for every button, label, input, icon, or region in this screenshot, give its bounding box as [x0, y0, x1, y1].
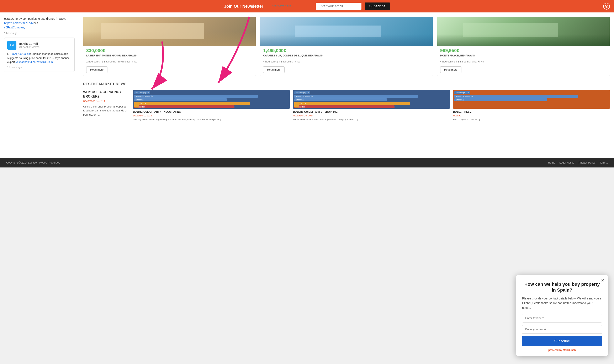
footer-link-terms[interactable]: Term...: [600, 161, 608, 164]
newsletter-email-input[interactable]: [316, 3, 362, 10]
property-image: [437, 17, 610, 46]
news-card-date: November 26, 2014: [293, 114, 450, 117]
news-main-excerpt: Using a currency broker as opposed to a …: [83, 104, 129, 117]
news-card-img-inner: Dreaming Spain Research, Research Shoppi…: [133, 90, 290, 109]
news-card-title: BUYE... - RES...: [453, 110, 610, 114]
nc-tag-dreaming: Dreaming Spain: [454, 91, 470, 94]
news-card-image: Dreaming Spain Research, Research Shoppi…: [133, 90, 290, 109]
property-location: LA HEREDIA MONTE MAYOR, BENAHAVIS: [83, 54, 256, 57]
sidebar-intro-text: estate/energy companies to use drones in…: [4, 17, 75, 30]
property-price: 1,495,000€: [260, 46, 433, 54]
nc-logo: [134, 103, 139, 107]
tweet-name: Marcia Burrell: [18, 42, 40, 45]
news-cards-row: Dreaming Spain Research, Research Shoppi…: [133, 90, 610, 121]
tweet-link-user[interactable]: @AI_CstCalida: [12, 52, 30, 55]
sidebar-link-fastcompany[interactable]: @FastCompany: [4, 26, 25, 29]
tweet-header: LM Marcia Burrell @LocationMoves: [7, 41, 71, 50]
avatar: LM: [7, 41, 16, 50]
nc-logo: [294, 103, 299, 107]
news-card-excerpt: Part t... cycle a... the re... [...]: [453, 118, 610, 121]
property-image: [83, 17, 256, 46]
property-details: 4 Bedrooms | 4 Bathrooms | Villa: [260, 59, 433, 64]
read-more-button[interactable]: Read more: [86, 66, 108, 73]
nc-tag-negotiations: Negotiations: [134, 102, 250, 105]
news-main-title: WHY USE A CURRENCY BROKER?: [83, 90, 129, 99]
news-grid: WHY USE A CURRENCY BROKER? December 10, …: [83, 90, 610, 121]
property-details: 2 Bedrooms | 2 Bathrooms | Townhouse, Vi…: [83, 59, 256, 64]
section-header: RECENT MARKET NEWS: [83, 82, 610, 86]
nc-tag-shopping: Shopping: [454, 98, 547, 101]
news-card: Dreaming Spain Research, Research Shoppi…: [453, 90, 610, 121]
tweet-user-info: Marcia Burrell @LocationMoves: [18, 42, 40, 49]
tweet-handle: @LocationMoves: [18, 45, 40, 49]
property-card: 330,000€ LA HEREDIA MONTE MAYOR, BENAHAV…: [83, 17, 256, 76]
news-main-date: December 10, 2014: [83, 100, 129, 103]
sidebar-time1: 9 hours ago: [4, 32, 75, 35]
footer: Copyright © 2014 Location Moves Properti…: [0, 158, 614, 168]
nc-tag-transaction: Transaction: [294, 105, 394, 108]
news-card-title: BUYING GUIDE: PART 4 - NEGOTIATING: [133, 110, 290, 114]
property-card: 1,495,000€ CAPANES SUR, CONDES DE LUQUE,…: [260, 17, 433, 76]
nc-tag-shopping: Shopping: [294, 98, 387, 101]
news-card-date: December 1, 2014: [133, 114, 290, 117]
section-title: RECENT MARKET NEWS: [83, 82, 126, 86]
news-card: Dreaming Spain Research, Research Shoppi…: [133, 90, 290, 121]
main-content: estate/energy companies to use drones in…: [0, 13, 614, 158]
property-image: [260, 17, 433, 46]
news-card-date: Novem...: [453, 114, 610, 117]
sidebar-link-drones[interactable]: http://t.co/ddsfmPErxM: [4, 21, 34, 25]
footer-copyright: Copyright © 2014 Location Moves Properti…: [6, 161, 60, 164]
newsletter-subscribe-button[interactable]: Subscribe: [365, 2, 390, 10]
nc-tag-dreaming: Dreaming Spain: [134, 91, 150, 94]
nc-tag-research: Research, Research: [454, 95, 578, 98]
tweet-link-url[interactable]: http://t.co/YsWNUlNk9b: [24, 60, 53, 64]
property-price: 999,950€: [437, 46, 610, 54]
tweet-card: LM Marcia Burrell @LocationMoves RT @AI_…: [4, 38, 75, 72]
newsletter-bar: Join Our Newsletter Subscribe ⊗: [0, 0, 614, 13]
nc-tag-research: Research, Research: [294, 95, 418, 98]
newsletter-title: Join Our Newsletter: [224, 4, 263, 9]
section-divider: [130, 84, 610, 84]
property-location: MONTE MAYOR, BENAHAVIS: [437, 54, 610, 57]
nc-tag-shopping: Shopping: [134, 98, 227, 101]
property-details: 4 Bedrooms | 4 Bathrooms | Villa, Finca: [437, 59, 610, 64]
sidebar: estate/energy companies to use drones in…: [0, 13, 79, 158]
footer-links: Home Legal Notice Privacy Policy Term...: [548, 161, 608, 164]
tweet-body: RT @AI_CstCalida: Spanish mortgage sales…: [7, 52, 71, 64]
nc-tag-research: Research, Research: [134, 95, 258, 98]
nc-tag-transaction: Transaction: [134, 105, 235, 108]
read-more-button[interactable]: Read more: [263, 66, 284, 73]
recent-news-section: RECENT MARKET NEWS WHY USE A CURRENCY BR…: [83, 82, 610, 121]
news-card-excerpt: The key to successful negotiating, the a…: [133, 118, 290, 121]
footer-link-legal[interactable]: Legal Notice: [559, 161, 574, 164]
nc-tag-negotiations: Negotiations: [294, 102, 410, 105]
tweet-link-expat[interactable]: #expat: [15, 60, 24, 64]
property-card: 999,950€ MONTE MAYOR, BENAHAVIS 4 Bedroo…: [437, 17, 610, 76]
news-card-image: Dreaming Spain Research, Research Shoppi…: [293, 90, 450, 109]
footer-link-home[interactable]: Home: [548, 161, 555, 164]
news-card-image: Dreaming Spain Research, Research Shoppi…: [453, 90, 610, 109]
tweet-time: 12 hours ago: [7, 66, 71, 69]
newsletter-name-input[interactable]: [267, 3, 312, 10]
property-price: 330,000€: [83, 46, 256, 54]
properties-grid: 330,000€ LA HEREDIA MONTE MAYOR, BENAHAV…: [83, 17, 610, 76]
read-more-button[interactable]: Read more: [440, 66, 461, 73]
news-card-title: BUYERS GUIDE: PART 3 - SHOPPING: [293, 110, 450, 114]
news-card-img-inner: Dreaming Spain Research, Research Shoppi…: [453, 90, 610, 109]
news-card-img-inner: Dreaming Spain Research, Research Shoppi…: [293, 90, 450, 109]
footer-link-privacy[interactable]: Privacy Policy: [578, 161, 595, 164]
news-card: Dreaming Spain Research, Research Shoppi…: [293, 90, 450, 121]
listings-section: 330,000€ LA HEREDIA MONTE MAYOR, BENAHAV…: [79, 13, 614, 158]
nc-tag-dreaming: Dreaming Spain: [294, 91, 310, 94]
property-location: CAPANES SUR, CONDES DE LUQUE, BENAHAVIS: [260, 54, 433, 57]
news-main-article: WHY USE A CURRENCY BROKER? December 10, …: [83, 90, 129, 121]
news-card-excerpt: We all know so time is of great importan…: [293, 118, 450, 121]
newsletter-close-button[interactable]: ⊗: [603, 3, 610, 10]
